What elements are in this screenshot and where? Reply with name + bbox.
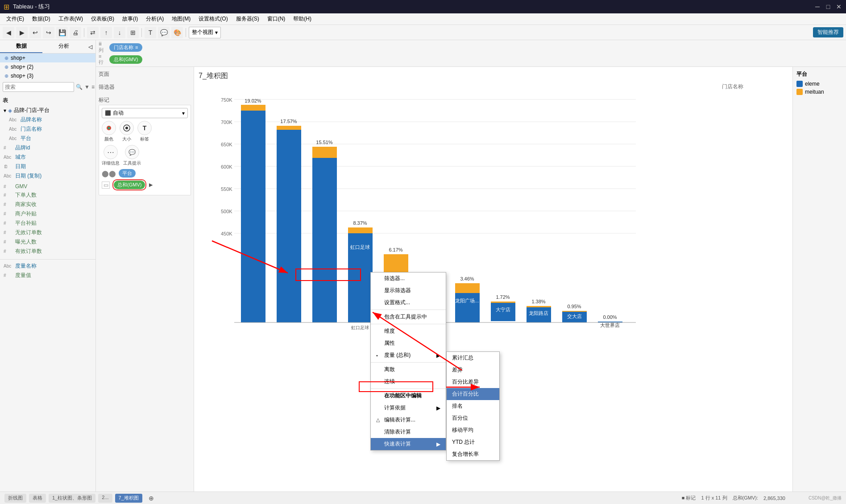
ctx-dimension[interactable]: 维度 — [371, 325, 446, 337]
smart-rec-button[interactable]: 智能推荐 — [813, 27, 843, 37]
submenu-diff[interactable]: 差异 — [447, 364, 499, 376]
ctx-attribute[interactable]: 属性 — [371, 337, 446, 349]
toolbar-swap[interactable]: ⇄ — [87, 27, 99, 38]
marks-type-dropdown[interactable]: ⬛ 自动 ▾ — [102, 108, 188, 118]
menu-analysis[interactable]: 分析(A) — [142, 14, 167, 24]
ctx-quick-table-calc[interactable]: 快速表计算 ▶ — [371, 438, 446, 450]
field-valid-orders[interactable]: # 有效订单数 — [0, 247, 95, 256]
menu-story[interactable]: 故事(I) — [119, 14, 141, 24]
ctx-continuous[interactable]: 连续 — [371, 376, 446, 388]
submenu-rank[interactable]: 排名 — [447, 400, 499, 412]
ctx-discrete[interactable]: 离散 — [371, 364, 446, 376]
bar-3-meituan[interactable] — [312, 147, 337, 158]
menu-dashboard[interactable]: 仪表板(B) — [87, 14, 118, 24]
marks-tooltip-btn[interactable]: 💬 工具提示 — [123, 145, 141, 166]
field-platform[interactable]: Abc 平台 — [0, 134, 95, 143]
marks-detail-btn[interactable]: ⋯ 详细信息 — [102, 145, 120, 166]
view-dropdown[interactable]: 整个视图 ▾ — [189, 27, 221, 38]
toolbar-forward[interactable]: ▶ — [16, 27, 28, 38]
ctx-show-filter[interactable]: 显示筛选器 — [371, 285, 446, 297]
submenu-cagr[interactable]: 复合增长率 — [447, 448, 499, 460]
toolbar-back[interactable]: ◀ — [3, 27, 14, 38]
submenu-ytd[interactable]: YTD 总计 — [447, 436, 499, 448]
tree-root[interactable]: ▾ ◈ 品牌-门店-平台 — [0, 106, 95, 115]
field-impressions[interactable]: # 曝光人数 — [0, 237, 95, 247]
bar-1-eleme[interactable] — [241, 111, 265, 322]
toolbar-undo[interactable]: ↩ — [29, 27, 41, 38]
field-merchant-subsidy[interactable]: # 商户补贴 — [0, 209, 95, 219]
field-date[interactable]: 🗓 日期 — [0, 162, 95, 171]
field-brand-id[interactable]: # 品牌id — [0, 143, 95, 153]
ctx-format[interactable]: 设置格式... — [371, 297, 446, 309]
close-btn[interactable]: ✕ — [835, 3, 842, 10]
toolbar-tooltip[interactable]: 💬 — [158, 27, 170, 38]
marks-label-btn[interactable]: T 标签 — [137, 121, 152, 142]
toolbar-format[interactable]: 🎨 — [171, 27, 183, 38]
bar-2-meituan[interactable] — [277, 126, 301, 130]
menu-worksheet[interactable]: 工作表(W) — [55, 14, 87, 24]
tab-stacked[interactable]: 7_堆积图 — [115, 494, 142, 503]
ctx-include-tooltip[interactable]: ✓ 包含在工具提示中 — [371, 311, 446, 323]
ctx-edit-in-shelf[interactable]: 在功能区中编辑 — [371, 390, 446, 402]
bar-3-eleme[interactable] — [312, 158, 337, 322]
row-field-gmv[interactable]: 总和(GMV) — [109, 55, 142, 64]
field-brand-name[interactable]: Abc 品牌名称 — [0, 115, 95, 124]
submenu-pct-diff[interactable]: 百分比差异 — [447, 376, 499, 388]
minimize-btn[interactable]: ─ — [814, 3, 821, 10]
datasource-item-2[interactable]: ⊕ shop+ (3) — [0, 71, 95, 80]
bar-2-eleme[interactable] — [277, 130, 301, 322]
datasource-item-1[interactable]: ⊕ shop+ (2) — [0, 62, 95, 71]
field-date-copy[interactable]: Abc 日期 (复制) — [0, 171, 95, 181]
toolbar-save[interactable]: 💾 — [56, 27, 68, 38]
field-platform-subsidy[interactable]: # 平台补贴 — [0, 219, 95, 228]
bar-4-meituan[interactable] — [348, 227, 373, 233]
menu-server[interactable]: 服务器(S) — [232, 14, 263, 24]
platform-pill-badge[interactable]: 平台 — [119, 169, 136, 178]
ctx-filter[interactable]: 筛选器... — [371, 273, 446, 285]
bar-8-meituan[interactable] — [491, 302, 515, 303]
bar-7-meituan[interactable] — [455, 283, 480, 293]
menu-map[interactable]: 地图(M) — [168, 14, 194, 24]
field-invalid-orders[interactable]: # 无效订单数 — [0, 228, 95, 237]
tab-add[interactable]: ⊕ — [145, 494, 158, 503]
field-city[interactable]: Abc 城市 — [0, 153, 95, 162]
search-icon[interactable]: 🔍 — [76, 84, 83, 90]
toolbar-label[interactable]: T — [145, 27, 156, 38]
ctx-clear-table-calc[interactable]: 清除表计算 — [371, 426, 446, 438]
toolbar-redo[interactable]: ↪ — [43, 27, 54, 38]
marks-platform-pill[interactable]: ⬤⬤ 平台 — [102, 169, 188, 178]
toolbar-sort-desc[interactable]: ↓ — [114, 27, 125, 38]
panel-collapse-btn[interactable]: ◁ — [85, 40, 95, 53]
tab-analysis[interactable]: 分析 — [42, 40, 85, 53]
toolbar-print[interactable]: 🖨 — [70, 27, 81, 38]
bar-7-eleme[interactable] — [455, 293, 480, 322]
maximize-btn[interactable]: □ — [825, 3, 832, 10]
gmv-pill-badge[interactable]: 总和(GMV) — [114, 181, 145, 189]
field-gmv[interactable]: # GMV — [0, 182, 95, 190]
filter-icon[interactable]: ▼ — [84, 84, 90, 90]
marks-color-btn[interactable]: 颜色 — [102, 121, 116, 142]
col-field-store-name[interactable]: 门店名称 ≡ — [109, 43, 142, 52]
ctx-edit-table-calc[interactable]: △ 编辑表计算... — [371, 414, 446, 426]
tab-line-chart[interactable]: 折线图 — [4, 494, 26, 503]
marks-gmv-pill[interactable]: ▭ 总和(GMV) ▶ — [102, 179, 188, 190]
tab-2[interactable]: 2... — [98, 494, 112, 503]
submenu-percentile[interactable]: 百分位 — [447, 412, 499, 424]
field-measure-names[interactable]: Abc 度量名称 — [0, 261, 95, 271]
submenu-cumulative[interactable]: 累计汇总 — [447, 352, 499, 364]
bar-10-meituan[interactable] — [562, 311, 587, 312]
grid-icon[interactable]: ≡ — [91, 84, 95, 90]
search-input[interactable] — [3, 82, 74, 92]
field-merchant-income[interactable]: # 商家实收 — [0, 200, 95, 209]
bar-9-meituan[interactable] — [527, 306, 551, 307]
field-store-visits[interactable]: # 进店人数 — [0, 256, 95, 257]
ctx-measure[interactable]: • 度量 (总和) ▶ — [371, 349, 446, 361]
bar-1-meituan[interactable] — [241, 105, 265, 111]
menu-format[interactable]: 设置格式(O) — [195, 14, 231, 24]
menu-data[interactable]: 数据(D) — [29, 14, 54, 24]
tab-bar-chart[interactable]: 1_柱状图、条形图 — [49, 494, 95, 503]
tab-data[interactable]: 数据 — [0, 40, 42, 53]
datasource-item-0[interactable]: ⊕ shop+ — [0, 54, 95, 62]
field-orders[interactable]: # 下单人数 — [0, 190, 95, 200]
tab-table[interactable]: 表格 — [29, 494, 46, 503]
